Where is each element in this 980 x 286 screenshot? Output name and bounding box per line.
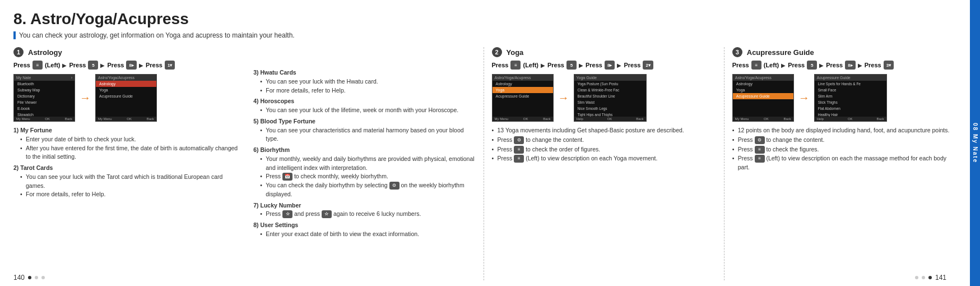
acupress-3-btn[interactable]: 3▾ (884, 61, 894, 70)
col-astrology: 1 Astrology Press ≡ (Left) ▶ Press 5 ▶ P… (13, 47, 245, 280)
acupress-num: 3 (732, 47, 742, 57)
page-subtitle: You can check your astrology, get inform… (13, 31, 956, 39)
yoga-screen1: Astro/Yoga/Acupress Astrology Yoga Acupr… (492, 74, 554, 122)
acupress-screen2: Acupressure Guide Line Spots for Hands &… (814, 74, 887, 122)
acupress-8-btn[interactable]: 8▸ (845, 61, 855, 70)
num1-btn-1[interactable]: 1▾ (165, 61, 175, 70)
lucky-btn2[interactable]: ☆ (322, 210, 332, 218)
yoga-5-btn[interactable]: 5 (566, 61, 577, 70)
page-title: 8. Astro/Yoga/Acupress (13, 10, 956, 28)
yoga-item-4: Slim Waist (574, 99, 646, 105)
acupress-content: 12 points on the body are displayed incl… (732, 126, 956, 173)
left-label-1: (Left) (45, 62, 61, 68)
yoga-order-btn[interactable]: ≡ (514, 146, 524, 154)
acupress-screen1: Astro/Yoga/Acupress Astrology Yoga Acupr… (732, 74, 794, 122)
yoga-item-2: Clean & Wrinkle-Free Fac (574, 87, 646, 93)
calendar-btn[interactable]: 📅 (282, 173, 292, 181)
dot-4 (915, 276, 918, 279)
col-yoga: 2 Yoga Press ≡ (Left) ▶ Press 5 ▶ Press … (484, 47, 724, 280)
acupress-header: 3 Acupressure Guide (732, 47, 956, 57)
acupress-press-3: Press (826, 62, 843, 68)
select-btn[interactable]: ⊙ (389, 182, 400, 190)
yoga-item-1: Yoga Posture (Sun Postu (574, 81, 646, 87)
acupress-menu-btn[interactable]: ≡ (751, 61, 761, 70)
col-acupress: 3 Acupressure Guide Press ≡ (Left) ▶ Pre… (724, 47, 956, 280)
acupress-screen2-bottom: HelpOKBack (815, 117, 886, 121)
acupress-menu-yoga: Yoga (733, 87, 793, 93)
yoga-screen1-title: Astro/Yoga/Acupress (493, 75, 553, 81)
acupress-screen1-title: Astro/Yoga/Acupress (733, 75, 793, 81)
yoga-menu-astrology: Astrology (493, 81, 553, 87)
item-hwatu: 3) Hwatu Cards You can see your luck wit… (253, 68, 477, 95)
dot-3 (41, 276, 45, 279)
acupress-item-2: Small Face (815, 87, 886, 93)
menu-ebook: E-book (14, 105, 75, 112)
screen1-title: My Nate› (14, 75, 75, 81)
item-horoscopes: 4) Horoscopes You can see your luck of t… (253, 97, 477, 115)
acupress-screen2-title: Acupressure Guide (815, 75, 886, 81)
yoga-header: 2 Yoga (492, 47, 716, 57)
yoga-num: 2 (492, 47, 502, 57)
astrology-list: 1) My Fortune Enter your date of birth t… (13, 126, 238, 201)
page-141: 141 (935, 274, 946, 282)
item-user-settings: 8) User Settings Enter your exact date o… (253, 221, 477, 239)
yoga-screen2-bottom: HelpOKBack (574, 117, 646, 121)
astrology-screen1: My Nate› Bluetooth Subway Map Dictionary… (13, 74, 75, 122)
sidebar-right: 08 My Nate (970, 0, 980, 286)
acupress-title: Acupressure Guide (747, 48, 814, 57)
yoga-change-btn[interactable]: ⊙ (514, 136, 524, 144)
yoga-press-2: Press (547, 62, 564, 68)
lucky-btn1[interactable]: ☆ (282, 210, 292, 218)
acupress-fig-btn[interactable]: ≡ (755, 146, 765, 154)
acupress-screens: Astro/Yoga/Acupress Astrology Yoga Acupr… (732, 74, 956, 122)
num5-btn-1[interactable]: 5 (88, 61, 98, 70)
astrology-title: Astrology (28, 48, 62, 57)
page-140: 140 (13, 274, 25, 282)
yoga-screen1-bottom: My MenuOKBack (493, 117, 553, 121)
arrow-icon-acupress: → (798, 91, 810, 104)
main-content: 8. Astro/Yoga/Acupress You can check you… (0, 0, 970, 286)
yoga-left-btn[interactable]: ≡ (514, 155, 524, 163)
yoga-screens: Astro/Yoga/Acupress Astrology Yoga Acupr… (492, 74, 716, 122)
astrology-items-list: 3) Hwatu Cards You can see your luck wit… (253, 68, 477, 241)
dot-2 (35, 276, 38, 279)
columns-container: 1 Astrology Press ≡ (Left) ▶ Press 5 ▶ P… (13, 47, 956, 280)
yoga-press-1: Press (492, 62, 509, 68)
acupress-5-btn[interactable]: 5 (807, 61, 817, 70)
dot-1 (28, 276, 31, 279)
acupress-left-btn[interactable]: ≡ (755, 155, 765, 163)
screen2-bottom: My MenuOKBack (96, 117, 156, 121)
blue-bar-icon (13, 31, 16, 39)
press-label-4: Press (146, 62, 162, 68)
yoga-content: 13 Yoga movements including Get shaped-B… (492, 126, 716, 164)
page-num-right: 141 (915, 274, 946, 282)
yoga-press-row: Press ≡ (Left) ▶ Press 5 ▶ Press 8▸ ▶ Pr… (492, 61, 716, 70)
menu-file: File Viewer (14, 99, 75, 105)
yoga-8-btn[interactable]: 8▸ (605, 61, 615, 70)
acupress-change-btn[interactable]: ⊙ (755, 136, 765, 144)
yoga-2-btn[interactable]: 2▾ (643, 61, 653, 70)
astrology-header: 1 Astrology (13, 47, 238, 57)
acupress-menu-acupress: Acupressure Guide (733, 93, 793, 99)
acupress-press-1: Press (732, 62, 749, 68)
acupress-press-4: Press (865, 62, 881, 68)
yoga-menu-acupress: Acupressure Guide (493, 93, 553, 99)
yoga-left: (Left) (523, 62, 538, 68)
yoga-press-3: Press (586, 62, 602, 68)
col-astro-items: 3) Hwatu Cards You can see your luck wit… (245, 47, 484, 280)
menu-btn-1[interactable]: ≡ (32, 61, 43, 70)
yoga-menu-btn[interactable]: ≡ (510, 61, 521, 70)
num8-btn-1[interactable]: 8▸ (126, 61, 136, 70)
item-my-fortune: 1) My Fortune Enter your date of birth t… (13, 126, 238, 162)
astrology-screens: My Nate› Bluetooth Subway Map Dictionary… (13, 74, 238, 122)
acupress-press-row: Press ≡ (Left) ▶ Press 5 ▶ Press 8▸ ▶ Pr… (732, 61, 956, 70)
press-label-1: Press (13, 62, 30, 68)
sidebar-label: 08 My Nate (972, 123, 978, 163)
yoga-title: Yoga (507, 48, 524, 57)
acupress-menu-astrology: Astrology (733, 81, 793, 87)
screen2-title: Astro/Yoga/Acupress (96, 75, 156, 81)
item-biorhythm: 6) Biorhythm Your monthly, weekly and da… (253, 146, 477, 199)
dot-5 (922, 276, 925, 279)
item-blood-type: 5) Blood Type Fortune You can see your c… (253, 117, 477, 144)
acupress-item-1: Line Spots for Hands & Fe (815, 81, 886, 87)
